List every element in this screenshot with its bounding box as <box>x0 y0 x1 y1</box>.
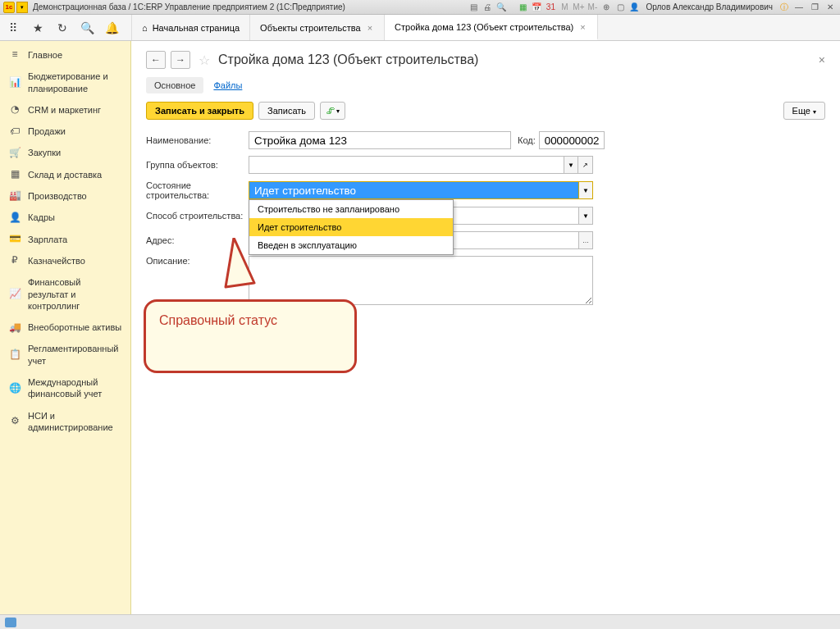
app-menu-dropdown[interactable]: ▾ <box>16 2 28 13</box>
minimize-button[interactable]: — <box>792 2 806 13</box>
sidebar-item-assets[interactable]: 🚚Внеоборотные активы <box>0 317 130 338</box>
dropdown-option[interactable]: Введен в эксплуатацию <box>249 236 453 254</box>
sidebar-item-main[interactable]: ≡Главное <box>0 44 130 66</box>
sidebar-item-label: Кадры <box>28 212 55 223</box>
state-label: Состояние строительства: <box>146 180 249 200</box>
grid-icon: ▦ <box>8 169 21 180</box>
subtab-main[interactable]: Основное <box>146 77 203 93</box>
close-button[interactable]: ✕ <box>824 2 837 13</box>
group-input[interactable] <box>249 156 564 174</box>
tool-icon[interactable]: ▤ <box>468 2 479 13</box>
page-title: Стройка дома 123 (Объект строительства) <box>218 52 478 67</box>
m-icon[interactable]: M <box>559 2 570 13</box>
windows-icon[interactable]: ▢ <box>614 2 626 13</box>
info-icon[interactable]: ⓘ <box>778 2 790 13</box>
close-icon[interactable]: × <box>819 53 825 66</box>
sidebar-item-purchases[interactable]: 🛒Закупки <box>0 142 130 163</box>
group-label: Группа объектов: <box>146 160 249 170</box>
code-input[interactable] <box>539 131 605 149</box>
forward-button[interactable]: → <box>171 51 190 69</box>
favorite-star-icon[interactable]: ☆ <box>199 52 210 68</box>
save-button[interactable]: Записать <box>258 102 315 120</box>
sep <box>509 2 514 13</box>
sidebar-item-label: Производство <box>28 190 87 202</box>
truck-icon: 🚚 <box>8 321 21 333</box>
close-icon[interactable]: × <box>578 22 587 32</box>
code-label: Код: <box>518 135 536 145</box>
sidebar-item-label: Внеоборотные активы <box>28 321 121 333</box>
open-ref-icon[interactable]: ↗ <box>578 156 593 174</box>
subtab-files[interactable]: Файлы <box>205 77 250 93</box>
chevron-down-icon[interactable]: ▼ <box>564 156 578 174</box>
save-close-button[interactable]: Записать и закрыть <box>146 102 253 120</box>
maximize-button[interactable]: ❐ <box>808 2 821 13</box>
sidebar-item-hr[interactable]: 👤Кадры <box>0 207 130 228</box>
window-titlebar: 1c ▾ Демонстрационная база / 1С:ERP Упра… <box>0 0 840 15</box>
annotation-callout: Справочный статус <box>144 267 357 373</box>
chevron-down-icon[interactable]: ▼ <box>578 181 593 199</box>
tab-bar: ⌂ Начальная страница Объекты строительст… <box>131 15 840 40</box>
attach-button[interactable]: 🖇▾ <box>320 102 345 120</box>
sidebar-item-label: Регламентированный учет <box>28 343 122 367</box>
app-icon: 1c <box>3 2 15 13</box>
tab-objects[interactable]: Объекты строительства × <box>250 15 385 40</box>
close-icon[interactable]: × <box>366 23 374 33</box>
home-icon: ⌂ <box>142 23 148 33</box>
sidebar-item-finance[interactable]: 📈Финансовый результат и контроллинг <box>0 271 130 317</box>
dropdown-option[interactable]: Идет строительство <box>249 218 453 236</box>
gear-icon: ⚙ <box>8 416 21 427</box>
bell-icon[interactable]: 🔔 <box>103 20 120 36</box>
clipboard-icon: 📋 <box>8 349 21 361</box>
sidebar-item-budget[interactable]: 📊Бюджетирование и планирование <box>0 66 130 99</box>
dropdown-option[interactable]: Строительство не запланировано <box>249 200 453 218</box>
sidebar-item-production[interactable]: 🏭Производство <box>0 185 130 207</box>
search-icon[interactable]: 🔍 <box>79 20 95 36</box>
globe-icon: 🌐 <box>8 382 21 394</box>
history-icon[interactable]: ↻ <box>54 20 71 36</box>
sidebar: ≡Главное 📊Бюджетирование и планирование … <box>0 41 131 629</box>
sidebar-item-crm[interactable]: ◔CRM и маркетинг <box>0 99 130 121</box>
more-button[interactable]: Еще ▾ <box>783 102 825 120</box>
sidebar-item-label: Главное <box>28 49 62 61</box>
top-toolbar: ⠿ ★ ↻ 🔍 🔔 ⌂ Начальная страница Объекты с… <box>0 15 840 41</box>
sidebar-item-label: Продажи <box>28 125 66 137</box>
m-minus-icon[interactable]: M- <box>587 2 598 13</box>
tab-label: Объекты строительства <box>260 23 361 33</box>
apps-icon[interactable]: ⠿ <box>5 20 21 36</box>
sidebar-item-label: CRM и маркетинг <box>28 104 101 116</box>
sidebar-item-label: Казначейство <box>28 255 85 267</box>
sidebar-item-label: Склад и доставка <box>28 169 102 180</box>
window-title: Демонстрационная база / 1С:ERP Управлени… <box>33 2 468 11</box>
calendar-icon[interactable]: 📅 <box>531 2 542 13</box>
pie-icon: ◔ <box>8 104 21 116</box>
sidebar-item-regulated[interactable]: 📋Регламентированный учет <box>0 338 130 371</box>
zoom-icon[interactable]: ⊕ <box>600 2 612 13</box>
back-button[interactable]: ← <box>146 51 166 69</box>
tab-home[interactable]: ⌂ Начальная страница <box>131 15 250 40</box>
state-input[interactable] <box>249 181 578 199</box>
sidebar-item-salary[interactable]: 💳Зарплата <box>0 229 130 250</box>
m-plus-icon[interactable]: M+ <box>573 2 584 13</box>
user-name: Орлов Александр Владимирович <box>646 2 773 11</box>
person-icon: 👤 <box>8 212 21 224</box>
sidebar-item-sales[interactable]: 🏷Продажи <box>0 121 130 142</box>
favorite-icon[interactable]: ★ <box>30 20 46 36</box>
sidebar-item-treasury[interactable]: ₽Казначейство <box>0 250 130 271</box>
sidebar-item-admin[interactable]: ⚙НСИ и администрирование <box>0 405 130 439</box>
print-icon[interactable]: 🖨 <box>482 2 493 13</box>
link-icon[interactable]: 🔍 <box>495 2 507 13</box>
sidebar-item-label: Международный финансовый учет <box>28 376 122 400</box>
sidebar-item-intl[interactable]: 🌐Международный финансовый учет <box>0 371 130 405</box>
card-icon: 💳 <box>8 234 21 245</box>
date-icon[interactable]: 31 <box>545 2 556 13</box>
status-icon[interactable] <box>5 618 16 627</box>
ellipsis-icon[interactable]: … <box>578 231 593 249</box>
tab-building[interactable]: Стройка дома 123 (Объект строительства) … <box>385 15 598 40</box>
chevron-down-icon[interactable]: ▼ <box>578 207 593 225</box>
calc-icon[interactable]: ▦ <box>517 2 528 13</box>
name-input[interactable] <box>249 131 511 149</box>
chart-icon: 📊 <box>8 77 21 89</box>
sidebar-item-warehouse[interactable]: ▦Склад и доставка <box>0 164 130 185</box>
sidebar-item-label: Финансовый результат и контроллинг <box>28 276 122 312</box>
annotation-text: Справочный статус <box>159 313 341 328</box>
